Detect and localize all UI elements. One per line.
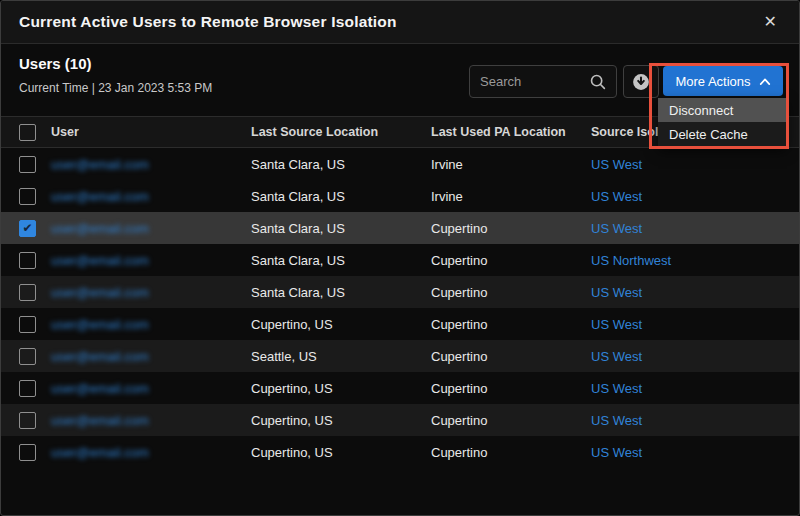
users-table: User Last Source Location Last Used PA L… (1, 116, 799, 468)
source-isolation-location-link[interactable]: US West (591, 221, 642, 236)
user-link[interactable]: user@email.com (51, 253, 149, 268)
search-box (469, 65, 617, 98)
table-row: user@email.com Cupertino, US Cupertino U… (1, 404, 799, 436)
last-source-location-cell: Cupertino, US (251, 445, 431, 460)
table-row: user@email.com Cupertino, US Cupertino U… (1, 372, 799, 404)
row-checkbox[interactable] (19, 380, 36, 397)
row-checkbox[interactable] (19, 348, 36, 365)
user-link[interactable]: user@email.com (51, 381, 149, 396)
source-isolation-location-link[interactable]: US West (591, 445, 642, 460)
row-checkbox[interactable] (19, 156, 36, 173)
user-link[interactable]: user@email.com (51, 349, 149, 364)
last-used-pa-location-cell: Cupertino (431, 381, 591, 396)
table-row: user@email.com Santa Clara, US Cupertino… (1, 276, 799, 308)
last-source-location-cell: Santa Clara, US (251, 285, 431, 300)
source-isolation-location-link[interactable]: US West (591, 349, 642, 364)
menu-item-disconnect[interactable]: Disconnect (658, 98, 787, 122)
last-source-location-cell: Seattle, US (251, 349, 431, 364)
last-used-pa-location-cell: Cupertino (431, 349, 591, 364)
last-used-pa-location-cell: Cupertino (431, 413, 591, 428)
user-link[interactable]: user@email.com (51, 445, 149, 460)
modal-title: Current Active Users to Remote Browser I… (19, 13, 397, 31)
row-checkbox[interactable] (19, 316, 36, 333)
last-used-pa-location-cell: Cupertino (431, 445, 591, 460)
table-row: user@email.com Seattle, US Cupertino US … (1, 340, 799, 372)
last-used-pa-location-cell: Cupertino (431, 317, 591, 332)
more-actions-label: More Actions (675, 74, 750, 89)
more-actions-menu: Disconnect Delete Cache (658, 98, 787, 146)
modal-titlebar: Current Active Users to Remote Browser I… (1, 1, 799, 44)
column-header-last-source-location[interactable]: Last Source Location (251, 125, 431, 139)
table-row: user@email.com Cupertino, US Cupertino U… (1, 308, 799, 340)
row-checkbox[interactable] (19, 284, 36, 301)
source-isolation-location-link[interactable]: US West (591, 157, 642, 172)
close-icon[interactable]: ✕ (760, 12, 781, 32)
search-input[interactable] (480, 74, 588, 89)
user-link[interactable]: user@email.com (51, 413, 149, 428)
menu-item-delete-cache[interactable]: Delete Cache (658, 122, 787, 146)
source-isolation-location-link[interactable]: US West (591, 381, 642, 396)
source-isolation-location-link[interactable]: US West (591, 189, 642, 204)
user-link[interactable]: user@email.com (51, 189, 149, 204)
row-checkbox[interactable] (19, 188, 36, 205)
last-source-location-cell: Santa Clara, US (251, 189, 431, 204)
last-source-location-cell: Cupertino, US (251, 381, 431, 396)
row-checkbox[interactable] (19, 444, 36, 461)
table-body: user@email.com Santa Clara, US Irvine US… (1, 148, 799, 468)
table-row: user@email.com Santa Clara, US Cupertino… (1, 244, 799, 276)
current-time-label: Current Time | 23 Jan 2023 5:53 PM (19, 81, 212, 95)
row-checkbox[interactable] (19, 220, 36, 237)
last-source-location-cell: Cupertino, US (251, 317, 431, 332)
chevron-up-icon (759, 77, 771, 86)
download-icon (630, 71, 652, 93)
modal-dialog: Current Active Users to Remote Browser I… (0, 0, 800, 516)
last-used-pa-location-cell: Cupertino (431, 285, 591, 300)
column-header-last-used-pa-location[interactable]: Last Used PA Location (431, 125, 591, 139)
source-isolation-location-link[interactable]: US West (591, 413, 642, 428)
column-header-user[interactable]: User (51, 125, 251, 139)
source-isolation-location-link[interactable]: US Northwest (591, 253, 671, 268)
last-source-location-cell: Santa Clara, US (251, 253, 431, 268)
last-used-pa-location-cell: Irvine (431, 189, 591, 204)
table-row: user@email.com Santa Clara, US Irvine US… (1, 180, 799, 212)
last-source-location-cell: Cupertino, US (251, 413, 431, 428)
more-actions-button[interactable]: More Actions (663, 66, 783, 96)
download-button[interactable] (623, 65, 659, 98)
last-source-location-cell: Santa Clara, US (251, 221, 431, 236)
users-count-heading: Users (10) (19, 55, 92, 72)
table-row: user@email.com Santa Clara, US Irvine US… (1, 148, 799, 180)
search-icon (588, 72, 608, 92)
table-row: user@email.com Cupertino, US Cupertino U… (1, 436, 799, 468)
last-used-pa-location-cell: Irvine (431, 157, 591, 172)
select-all-checkbox[interactable] (19, 124, 36, 141)
last-used-pa-location-cell: Cupertino (431, 221, 591, 236)
source-isolation-location-link[interactable]: US West (591, 285, 642, 300)
table-row: user@email.com Santa Clara, US Cupertino… (1, 212, 799, 244)
user-link[interactable]: user@email.com (51, 221, 149, 236)
source-isolation-location-link[interactable]: US West (591, 317, 642, 332)
user-link[interactable]: user@email.com (51, 285, 149, 300)
last-source-location-cell: Santa Clara, US (251, 157, 431, 172)
last-used-pa-location-cell: Cupertino (431, 253, 591, 268)
user-link[interactable]: user@email.com (51, 157, 149, 172)
user-link[interactable]: user@email.com (51, 317, 149, 332)
row-checkbox[interactable] (19, 252, 36, 269)
row-checkbox[interactable] (19, 412, 36, 429)
